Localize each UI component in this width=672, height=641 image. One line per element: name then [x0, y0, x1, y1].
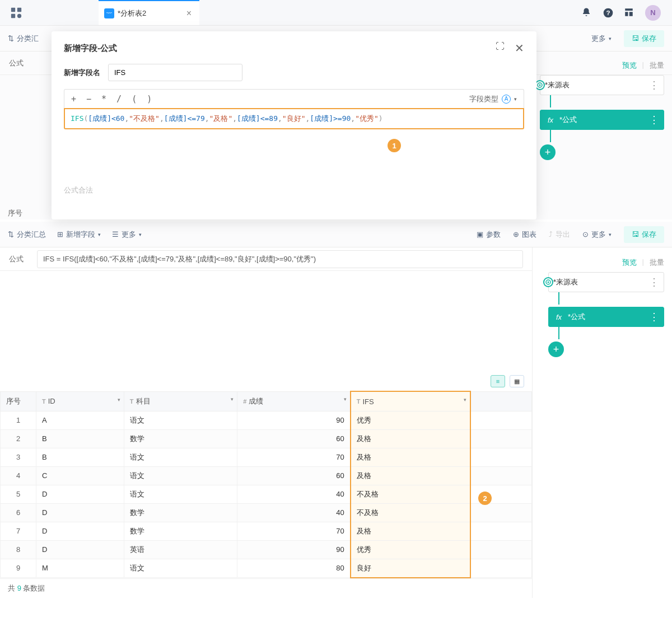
save-icon: 🖫 [632, 34, 639, 43]
table-row[interactable]: 1A语文90优秀 [1, 411, 532, 429]
table-row[interactable]: 3B语文70及格 [1, 448, 532, 466]
add-node-button-bg[interactable]: + [540, 144, 556, 160]
help-icon[interactable]: ? [603, 7, 614, 18]
formula-node-bg[interactable]: fx *公式 ⋮ [540, 110, 664, 130]
layout-icon[interactable] [624, 7, 635, 18]
svg-rect-6 [625, 8, 633, 11]
data-table: 序号 TID▾ T科目▾ #成绩▾ TIFS▾ 1A语文90优秀2B数学60及格… [0, 391, 532, 578]
add-column-icon: ⊞ [57, 230, 63, 238]
cell-empty [470, 522, 532, 540]
svg-rect-3 [17, 13, 21, 17]
op-divide[interactable]: / [116, 94, 122, 104]
summary-btn[interactable]: ⇅ 分类汇总 [8, 230, 46, 240]
more-vertical-icon[interactable]: ⋮ [649, 114, 659, 126]
more-btn[interactable]: ☰ 更多 ▾ [112, 230, 142, 240]
table-row[interactable]: 2B数学60及格 [1, 429, 532, 448]
more2-btn[interactable]: ⊙ 更多 ▾ [582, 230, 612, 240]
param-icon: ▣ [477, 230, 483, 238]
preview-tab[interactable]: 预览 [622, 258, 637, 268]
cell-idx: 9 [1, 559, 36, 578]
callout-1: 1 [388, 139, 401, 152]
tab-analysis-2[interactable]: 〰 *分析表2 × [99, 0, 199, 25]
col-idx[interactable]: 序号 [1, 391, 36, 411]
add-formula-modal: 新增字段-公式 ⛶ ✕ 新增字段名 + − * / ( ) 字段类型 A ▾ I… [52, 31, 536, 219]
cell-score: 90 [237, 540, 351, 559]
hierarchy-icon: ⇅ [8, 34, 14, 43]
table-row[interactable]: 8D英语90优秀 [1, 540, 532, 559]
summary-btn-bg[interactable]: ⇅ 分类汇 [8, 34, 39, 44]
cell-score: 70 [237, 522, 351, 540]
add-node-button[interactable]: + [548, 341, 564, 357]
close-icon[interactable]: ✕ [515, 41, 524, 55]
grid-view-btn[interactable]: ▦ [510, 375, 524, 387]
table-row[interactable]: 7D数学70及格 [1, 522, 532, 540]
cell-subject: 语文 [124, 559, 237, 578]
source-node[interactable]: *来源表 ⋮ [548, 272, 664, 292]
export-btn: ⤴ 导出 [549, 230, 570, 240]
svg-rect-0 [11, 7, 15, 11]
cell-empty [470, 429, 532, 448]
tab-title: *分析表2 [118, 8, 183, 18]
table-row[interactable]: 6D数学40不及格 [1, 503, 532, 522]
col-subject[interactable]: T科目▾ [124, 391, 237, 411]
cell-id: B [36, 448, 124, 466]
cell-score: 90 [237, 411, 351, 429]
op-lparen[interactable]: ( [132, 94, 137, 104]
table-view-btn[interactable]: ≡ [491, 375, 505, 387]
avatar[interactable]: N [645, 5, 661, 21]
number-type-icon: # [243, 398, 246, 405]
cell-subject: 数学 [124, 503, 237, 522]
chart-btn[interactable]: ⊕ 图表 [513, 230, 536, 240]
svg-point-12 [548, 282, 549, 283]
callout-2: 2 [478, 492, 492, 505]
table-row[interactable]: 9M语文80良好 [1, 559, 532, 578]
col-id[interactable]: TID▾ [36, 391, 124, 411]
cell-id: D [36, 485, 124, 503]
caret-down-icon: ▾ [609, 232, 612, 237]
cell-ifs: 及格 [351, 429, 470, 448]
field-name-input[interactable] [108, 64, 242, 81]
op-minus[interactable]: − [86, 94, 91, 104]
formula-node[interactable]: fx *公式 ⋮ [548, 307, 664, 327]
hierarchy-icon: ⇅ [8, 230, 14, 238]
source-node-bg[interactable]: *来源表 ⋮ [540, 75, 664, 95]
param-btn[interactable]: ▣ 参数 [477, 230, 501, 240]
op-plus[interactable]: + [71, 94, 76, 104]
expand-icon[interactable]: ⛶ [496, 41, 505, 55]
caret-down-icon: ▾ [344, 396, 347, 402]
more-vertical-icon[interactable]: ⋮ [649, 311, 659, 323]
caret-down-icon: ▾ [139, 232, 142, 237]
op-rparen[interactable]: ) [147, 94, 152, 104]
col-score[interactable]: #成绩▾ [237, 391, 351, 411]
app-logo-icon[interactable] [8, 4, 25, 21]
type-auto-icon[interactable]: A [502, 95, 511, 104]
close-icon[interactable]: × [186, 8, 192, 18]
add-field-btn[interactable]: ⊞ 新增字段 ▾ [57, 230, 101, 240]
formula-label-bg: 公式 [9, 58, 31, 68]
caret-down-icon[interactable]: ▾ [514, 96, 517, 102]
table-row[interactable]: 5D语文40不及格 [1, 485, 532, 503]
bell-icon[interactable] [581, 7, 592, 18]
save-button[interactable]: 🖫 保存 [624, 226, 664, 243]
formula-display[interactable]: IFS = IFS([成绩]<60,"不及格",[成绩]<=79,"及格",[成… [37, 250, 523, 268]
cell-subject: 语文 [124, 466, 237, 485]
batch-tab[interactable]: 批量 [650, 258, 664, 268]
cell-idx: 1 [1, 411, 36, 429]
col-ifs[interactable]: TIFS▾ [351, 391, 470, 411]
op-multiply[interactable]: * [101, 94, 106, 104]
batch-tab-bg[interactable]: 批量 [650, 60, 664, 71]
svg-point-10 [539, 85, 541, 86]
table-row[interactable]: 4C语文60及格 [1, 466, 532, 485]
more2-btn-bg[interactable]: 更多 ▾ [591, 34, 612, 44]
cell-idx: 2 [1, 429, 36, 448]
cell-score: 40 [237, 503, 351, 522]
preview-tab-bg[interactable]: 预览 [622, 60, 637, 71]
formula-editor[interactable]: IFS([成绩]<60,"不及格",[成绩]<=79,"及格",[成绩]<=89… [64, 108, 524, 129]
cell-ifs: 不及格 [351, 485, 470, 503]
cell-ifs: 不及格 [351, 503, 470, 522]
more-vertical-icon[interactable]: ⋮ [649, 276, 659, 288]
more-vertical-icon[interactable]: ⋮ [649, 79, 659, 91]
cell-empty [470, 466, 532, 485]
save-button-bg[interactable]: 🖫 保存 [624, 30, 664, 47]
caret-down-icon: ▾ [231, 396, 234, 402]
